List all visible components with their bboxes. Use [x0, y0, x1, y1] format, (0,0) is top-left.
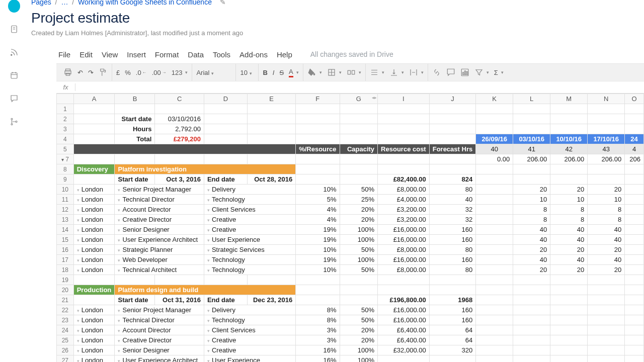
col-K[interactable]: K	[476, 94, 513, 104]
start-date-value[interactable]: 03/10/2016	[155, 114, 204, 124]
week-cell[interactable]: 20	[588, 185, 625, 195]
cell[interactable]	[340, 164, 378, 174]
dark-header[interactable]	[73, 144, 295, 154]
cell[interactable]	[296, 134, 340, 144]
week-hours[interactable]: 206.00	[513, 154, 550, 164]
cell[interactable]	[513, 355, 550, 363]
increase-decimal-button[interactable]: .00→	[152, 69, 167, 76]
col-A[interactable]: A	[73, 94, 115, 104]
week-cell[interactable]: 8	[513, 215, 550, 225]
dept-cell[interactable]: User Experience	[204, 235, 295, 245]
location-cell[interactable]: London	[73, 255, 115, 265]
week-cell[interactable]	[476, 185, 513, 195]
borders-button[interactable]	[327, 68, 342, 77]
cell[interactable]	[476, 104, 513, 114]
capacity-cell[interactable]: 50%	[340, 265, 378, 275]
week-cell[interactable]	[588, 345, 625, 355]
dept-cell[interactable]: Technology	[204, 265, 295, 275]
pct-cell[interactable]: 4%	[296, 215, 340, 225]
cost-cell[interactable]: £6,400.00	[378, 335, 430, 345]
cell[interactable]	[476, 355, 513, 363]
cell[interactable]	[296, 154, 340, 164]
row-header[interactable]: 11	[57, 195, 74, 205]
fill-color-button[interactable]	[307, 68, 322, 77]
week-cell[interactable]: 10	[513, 195, 550, 205]
functions-button[interactable]: Σ	[494, 69, 504, 76]
branch-icon[interactable]	[8, 116, 20, 128]
cell[interactable]	[588, 285, 625, 295]
cost-cell[interactable]: £6,400.00	[378, 325, 430, 335]
week-cell[interactable]	[588, 305, 625, 315]
row-header[interactable]: 27	[57, 355, 74, 363]
cell[interactable]	[625, 104, 644, 114]
cell[interactable]	[340, 114, 378, 124]
breadcrumb-root[interactable]: Pages	[31, 0, 51, 6]
role-cell[interactable]: Technical Architect	[115, 265, 204, 275]
dept-cell[interactable]: Technology	[204, 315, 295, 325]
cell[interactable]	[378, 355, 430, 363]
row-13[interactable]: 13LondonCreative DirectorCreative4%20%£3…	[57, 215, 644, 225]
week-cell[interactable]: 8	[550, 215, 588, 225]
cell[interactable]	[588, 295, 625, 305]
week-cell[interactable]: 40	[513, 235, 550, 245]
cell[interactable]	[550, 285, 588, 295]
cost-cell[interactable]: £8,000.00	[378, 245, 430, 255]
dept-cell[interactable]: Creative	[204, 345, 295, 355]
row-23[interactable]: 23LondonTechnical DirectorTechnology8%50…	[57, 315, 644, 325]
cell[interactable]	[476, 285, 513, 295]
dept-cell[interactable]: Client Services	[204, 325, 295, 335]
week-cell[interactable]	[625, 255, 644, 265]
hours-cell[interactable]: 64	[429, 325, 475, 335]
row-header[interactable]: 18	[57, 265, 74, 275]
cell[interactable]	[378, 124, 430, 134]
dept-cell[interactable]: User Experience	[204, 355, 295, 363]
capacity-cell[interactable]: 50%	[340, 315, 378, 325]
cell[interactable]	[550, 295, 588, 305]
week-cell[interactable]	[625, 185, 644, 195]
role-cell[interactable]: User Experience Architect	[115, 355, 204, 363]
breadcrumb-dots[interactable]: …	[61, 0, 68, 6]
location-cell[interactable]: London	[73, 235, 115, 245]
row-header[interactable]: 3	[57, 124, 74, 134]
row-10[interactable]: 10LondonSenior Project ManagerDelivery10…	[57, 185, 644, 195]
cell[interactable]	[378, 114, 430, 124]
week-cell[interactable]	[625, 265, 644, 275]
week-date[interactable]: 17/10/16	[588, 134, 625, 144]
cell[interactable]	[73, 154, 115, 164]
capacity-cell[interactable]: 20%	[340, 335, 378, 345]
cell[interactable]	[550, 355, 588, 363]
cell[interactable]	[550, 174, 588, 185]
formula-bar[interactable]: fx	[56, 81, 644, 94]
dept-cell[interactable]: Delivery	[204, 185, 295, 195]
col-N[interactable]: N	[588, 94, 625, 104]
hours-cell[interactable]: 32	[429, 215, 475, 225]
hdr-capacity[interactable]: Capacity	[340, 144, 378, 154]
role-cell[interactable]: Account Director	[115, 325, 204, 335]
week-cell[interactable]	[625, 305, 644, 315]
pct-cell[interactable]: 10%	[296, 185, 340, 195]
row-15[interactable]: 15LondonUser Experience ArchitectUser Ex…	[57, 235, 644, 245]
cell[interactable]	[588, 355, 625, 363]
location-cell[interactable]: London	[73, 245, 115, 255]
cell[interactable]	[115, 154, 155, 164]
location-cell[interactable]: London	[73, 205, 115, 215]
cost-cell[interactable]: £16,000.00	[378, 255, 430, 265]
week-cell[interactable]	[550, 335, 588, 345]
hours-cell[interactable]: 80	[429, 245, 475, 255]
row-4[interactable]: 4Total£279,20026/09/1603/10/1610/10/1617…	[57, 134, 644, 144]
dept-cell[interactable]: Creative	[204, 215, 295, 225]
cell[interactable]	[73, 114, 115, 124]
cost-cell[interactable]: £16,000.00	[378, 225, 430, 235]
role-cell[interactable]: Senior Designer	[115, 345, 204, 355]
col-E[interactable]: E	[248, 94, 296, 104]
row-3[interactable]: 3Hours2,792.00	[57, 124, 644, 134]
row-header[interactable]: 2	[57, 114, 74, 124]
cell[interactable]	[588, 164, 625, 174]
week-date[interactable]: 10/10/16	[550, 134, 588, 144]
cell[interactable]	[204, 114, 247, 124]
week-cell[interactable]	[588, 315, 625, 325]
pct-cell[interactable]: 8%	[296, 315, 340, 325]
hours-cell[interactable]: 80	[429, 185, 475, 195]
week-cell[interactable]	[476, 305, 513, 315]
capacity-cell[interactable]: 50%	[340, 245, 378, 255]
